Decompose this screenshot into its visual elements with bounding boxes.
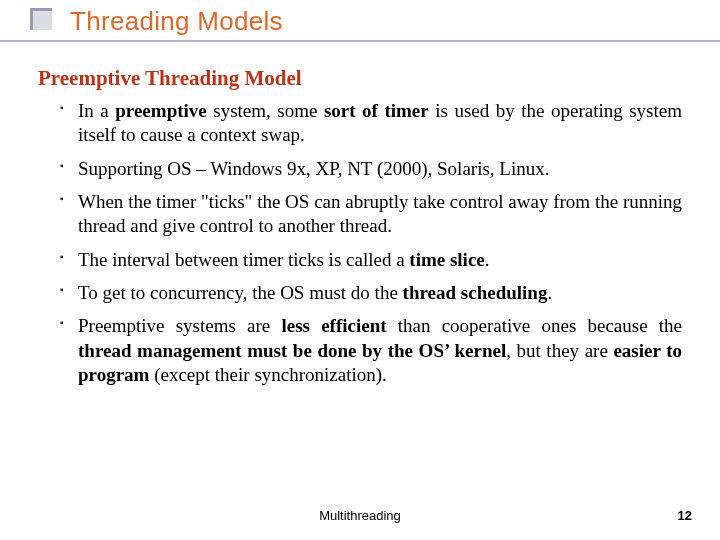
bullet-item: Supporting OS – Windows 9x, XP, NT (2000…: [60, 157, 682, 181]
text-segment: preemptive: [115, 100, 206, 121]
bullet-list: In a preemptive system, some sort of tim…: [38, 99, 682, 387]
title-rule: [0, 40, 720, 42]
text-segment: When the timer "ticks" the OS can abrupt…: [78, 191, 682, 236]
text-segment: time slice: [409, 249, 484, 270]
section-heading: Preemptive Threading Model: [38, 66, 682, 91]
text-segment: thread scheduling: [403, 282, 548, 303]
bullet-item: The interval between timer ticks is call…: [60, 248, 682, 272]
slide-title: Threading Models: [70, 6, 283, 37]
text-segment: less efficient: [281, 315, 386, 336]
text-segment: .: [547, 282, 552, 303]
title-bar: Threading Models: [36, 10, 684, 50]
bullet-item: Preemptive systems are less efficient th…: [60, 314, 682, 387]
corner-decoration-icon: [30, 8, 52, 30]
footer-topic: Multithreading: [0, 508, 720, 523]
text-segment: thread management must be done by the OS…: [78, 340, 506, 361]
text-segment: In a: [78, 100, 115, 121]
bullet-item: When the timer "ticks" the OS can abrupt…: [60, 190, 682, 239]
text-segment: (except their synchronization).: [149, 364, 386, 385]
page-number: 12: [678, 508, 692, 523]
text-segment: than cooperative ones because the: [387, 315, 682, 336]
text-segment: Preemptive systems are: [78, 315, 281, 336]
content-area: Preemptive Threading Model In a preempti…: [36, 50, 684, 387]
text-segment: system, some: [207, 100, 324, 121]
text-segment: Supporting OS – Windows 9x, XP, NT (2000…: [78, 158, 549, 179]
footer: Multithreading 12: [0, 508, 720, 530]
text-segment: The interval between timer ticks is call…: [78, 249, 409, 270]
slide: Threading Models Preemptive Threading Mo…: [0, 0, 720, 540]
text-segment: To get to concurrency, the OS must do th…: [78, 282, 403, 303]
text-segment: sort of timer: [324, 100, 429, 121]
bullet-item: To get to concurrency, the OS must do th…: [60, 281, 682, 305]
text-segment: .: [485, 249, 490, 270]
text-segment: , but they are: [506, 340, 613, 361]
bullet-item: In a preemptive system, some sort of tim…: [60, 99, 682, 148]
